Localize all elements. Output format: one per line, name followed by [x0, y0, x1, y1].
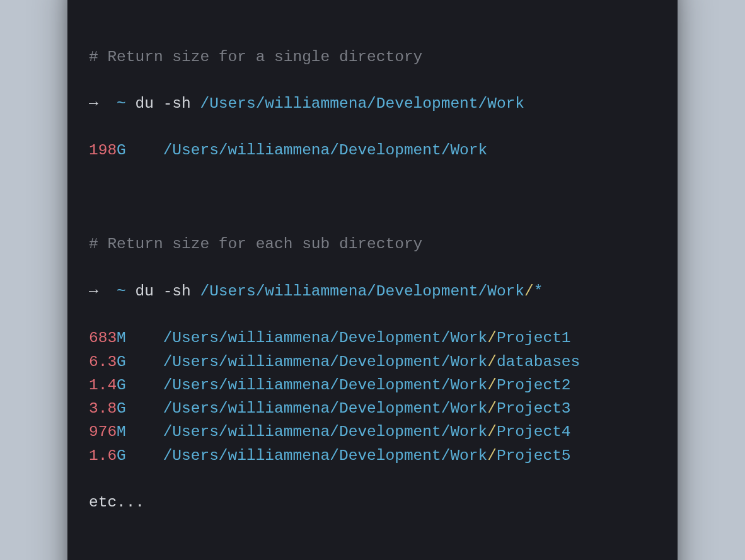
size-number: 1.4: [89, 377, 117, 394]
output-dir-name: Project4: [497, 423, 571, 440]
comment-text: # Return size for a single directory: [89, 49, 422, 66]
output-base-path: /Users/williammena/Development/Work: [163, 353, 488, 370]
spacing: [126, 329, 163, 346]
spacing: [126, 423, 163, 440]
output-base-path: /Users/williammena/Development/Work: [163, 400, 488, 417]
size-unit: G: [117, 447, 126, 464]
path-slash: /: [487, 353, 497, 370]
glob: *: [534, 283, 543, 300]
size-number: 683: [89, 329, 117, 346]
output-base-path: /Users/williammena/Development/Work: [163, 329, 488, 346]
prompt-tilde: ~: [117, 283, 126, 300]
command: du: [136, 95, 154, 112]
spacing: [126, 377, 163, 394]
prompt-line: → ~ du -sh /Users/williammena/Developmen…: [89, 92, 656, 115]
output-line: 6.3G /Users/williammena/Development/Work…: [89, 350, 656, 374]
size-unit: G: [117, 142, 126, 159]
output-dir-name: databases: [497, 353, 580, 370]
output-line: 3.8G /Users/williammena/Development/Work…: [89, 397, 656, 420]
output-base-path: /Users/williammena/Development/Work: [163, 447, 488, 464]
output-dir-name: Project2: [497, 377, 571, 394]
prompt-arrow: →: [89, 283, 98, 300]
path-slash: /: [487, 423, 497, 440]
path-slash: /: [524, 283, 534, 300]
spacing: [126, 400, 163, 417]
path-slash: /: [487, 447, 497, 464]
command-flag: -sh: [163, 283, 191, 300]
output-line: 198G /Users/williammena/Development/Work: [89, 139, 656, 162]
size-unit: M: [117, 423, 126, 440]
size-unit: M: [117, 329, 126, 346]
command-path: /Users/williammena/Development/Work: [200, 283, 524, 300]
spacing: [126, 447, 163, 464]
prompt-line: → ~ du -sh /Users/williammena/Developmen…: [89, 280, 656, 303]
command-path: /Users/williammena/Development/Work: [200, 95, 524, 112]
output-dir-name: Project3: [497, 400, 571, 417]
path-slash: /: [487, 329, 497, 346]
terminal-content: # Return size for a single directory → ~…: [89, 21, 656, 560]
output-line: 976M /Users/williammena/Development/Work…: [89, 420, 656, 443]
size-number: 976: [89, 423, 117, 440]
output-dir-name: Project5: [497, 447, 571, 464]
size-number: 6.3: [89, 353, 117, 370]
output-path: /Users/williammena/Development/Work: [163, 142, 488, 159]
output-dir-name: Project1: [497, 329, 571, 346]
output-line: 683M /Users/williammena/Development/Work…: [89, 326, 656, 350]
output-base-path: /Users/williammena/Development/Work: [163, 423, 488, 440]
size-number: 198: [89, 142, 117, 159]
output-line: 1.6G /Users/williammena/Development/Work…: [89, 444, 656, 467]
size-unit: G: [117, 377, 126, 394]
comment-line: # Return size for each sub directory: [89, 232, 656, 256]
output-base-path: /Users/williammena/Development/Work: [163, 377, 488, 394]
spacing: [126, 353, 163, 370]
spacing: [126, 142, 163, 159]
size-unit: G: [117, 400, 126, 417]
size-unit: G: [117, 353, 126, 370]
size-number: 3.8: [89, 400, 117, 417]
etc-text: etc...: [89, 494, 144, 511]
path-slash: /: [487, 400, 497, 417]
size-number: 1.6: [89, 447, 117, 464]
prompt-tilde: ~: [117, 95, 126, 112]
path-slash: /: [487, 377, 497, 394]
comment-line: # Return size for a single directory: [89, 45, 656, 69]
output-rows: 683M /Users/williammena/Development/Work…: [89, 326, 656, 467]
terminal-window: # Return size for a single directory → ~…: [67, 0, 678, 560]
blank-line: [89, 186, 656, 209]
command-flag: -sh: [163, 95, 191, 112]
prompt-arrow: →: [89, 95, 98, 112]
comment-text: # Return size for each sub directory: [89, 236, 422, 253]
etc-line: etc...: [89, 491, 656, 514]
output-line: 1.4G /Users/williammena/Development/Work…: [89, 374, 656, 397]
command: du: [136, 283, 154, 300]
